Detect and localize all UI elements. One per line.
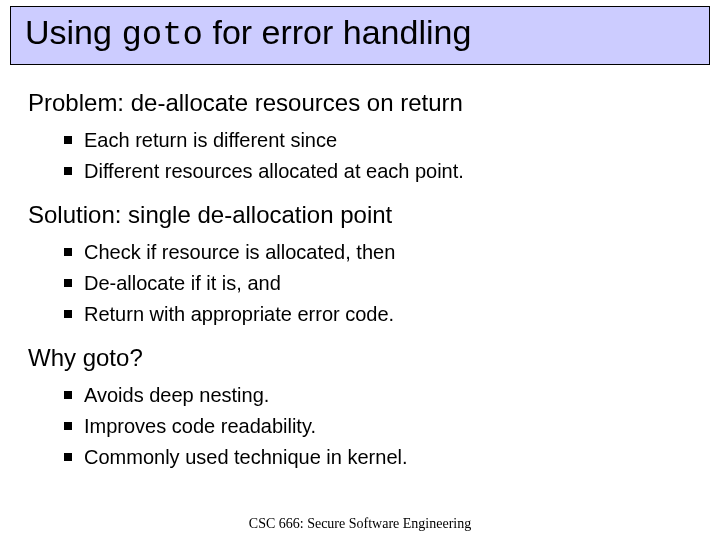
bullet-list: Check if resource is allocated, then De-…	[64, 237, 692, 330]
title-pre: Using	[25, 13, 121, 51]
list-item: Commonly used technique in kernel.	[64, 442, 692, 473]
title-post: for error handling	[203, 13, 471, 51]
section-heading: Why goto?	[28, 344, 692, 372]
title-bar: Using goto for error handling	[10, 6, 710, 65]
list-item: Improves code readability.	[64, 411, 692, 442]
list-item: Check if resource is allocated, then	[64, 237, 692, 268]
slide-title: Using goto for error handling	[25, 13, 695, 54]
list-item: Return with appropriate error code.	[64, 299, 692, 330]
list-item: De-allocate if it is, and	[64, 268, 692, 299]
bullet-list: Avoids deep nesting. Improves code reada…	[64, 380, 692, 473]
section-heading: Problem: de-allocate resources on return	[28, 89, 692, 117]
list-item: Different resources allocated at each po…	[64, 156, 692, 187]
section-heading: Solution: single de-allocation point	[28, 201, 692, 229]
slide-footer: CSC 666: Secure Software Engineering	[0, 516, 720, 532]
title-mono: goto	[121, 16, 203, 54]
list-item: Avoids deep nesting.	[64, 380, 692, 411]
list-item: Each return is different since	[64, 125, 692, 156]
slide-body: Problem: de-allocate resources on return…	[0, 65, 720, 473]
bullet-list: Each return is different since Different…	[64, 125, 692, 187]
